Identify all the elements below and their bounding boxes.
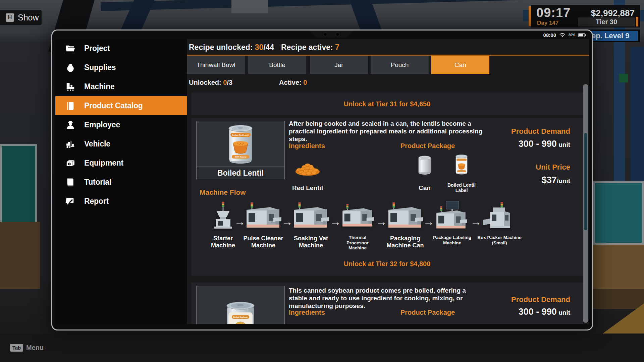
boiled-lentil-label-icon [453, 154, 470, 176]
sidebar-item-vehicle[interactable]: Vehicle [55, 134, 187, 154]
svg-text:100% Natural: 100% Natural [234, 156, 247, 158]
sidebar-item-supplies[interactable]: Supplies [55, 58, 187, 77]
flow-arrow-icon: → [234, 215, 246, 228]
hud-accent-left [529, 6, 531, 26]
sidebar-item-label: Machine [84, 82, 115, 91]
machine-soaking-vat: Soaking Vat Machine [288, 201, 333, 249]
recipe-list: Unlock at Tier 31 for $4,650 [191, 89, 583, 324]
ingredients-label: Ingredients [289, 142, 325, 150]
product-image-box: Boiled Red Lentil 100% Natural Boiled Le… [196, 121, 285, 179]
equipment-icon [65, 158, 75, 168]
sidebar-item-label: Tutorial [84, 178, 111, 187]
tomato-icon [65, 63, 75, 73]
sidebar-item-product-catalog[interactable]: Product Catalog [55, 96, 187, 115]
machine-packaging-can: Packaging Machine Can [383, 201, 428, 249]
boiled-soybean-can-image: Boiled Soybean [222, 298, 259, 324]
sidebar-item-label: Vehicle [84, 139, 110, 148]
package-labeling-machine-icon [433, 201, 471, 233]
product-name: Boiled Lentil [196, 167, 285, 179]
sidebar-item-machine[interactable]: Machine [55, 77, 187, 96]
wifi-icon [559, 33, 566, 38]
sidebar-item-label: Supplies [84, 63, 116, 72]
scrollbar-thumb[interactable] [584, 133, 587, 230]
product-description: After being cooked and sealed in a can, … [289, 120, 483, 143]
sidebar-item-project[interactable]: Project [55, 39, 187, 58]
show-keycap: H [6, 13, 14, 22]
sidebar-item-tutorial[interactable]: Tutorial [55, 173, 187, 192]
tab-pouch[interactable]: Pouch [371, 56, 429, 74]
forklift-icon [65, 139, 75, 149]
book-icon [65, 177, 75, 187]
ingredient-name: Red Lentil [286, 184, 329, 192]
product-demand-value: 300 - 990 unit [519, 307, 570, 317]
active-counter: Active: 0 [279, 79, 307, 86]
sidebar-item-report[interactable]: Report [55, 192, 187, 211]
machine-package-labeling: Package Labeling Machine [429, 201, 476, 245]
tier-badge: Tier 30 [578, 17, 635, 26]
recipe-card-boiled-lentil: Boiled Red Lentil 100% Natural Boiled Le… [191, 118, 583, 276]
tab-bottle[interactable]: Bottle [248, 56, 306, 74]
battery-icon [578, 33, 586, 37]
tab-jar[interactable]: Jar [310, 56, 368, 74]
sidebar-item-employee[interactable]: Employee [55, 115, 187, 134]
machine-box-packer: Box Packer Machine (Small) [475, 201, 524, 245]
product-demand-label: Product Demand [511, 127, 570, 136]
package-name-can: Can [411, 184, 438, 192]
unit-price-label: Unit Price [536, 163, 570, 172]
tablet-clock: 08:00 [543, 32, 556, 38]
package-name-label: Boiled Lentil Label [441, 182, 482, 193]
svg-text:Boiled Soybean: Boiled Soybean [233, 316, 248, 318]
product-demand-value: 300 - 990 unit [519, 139, 570, 149]
flow-arrow-icon: → [330, 215, 341, 228]
sidebar-item-equipment[interactable]: Equipment [55, 154, 187, 173]
flow-arrow-icon: → [470, 215, 482, 228]
tab-keycap: Tab [10, 344, 23, 352]
folder-icon [65, 44, 75, 54]
unlock-banner-tier31: Unlock at Tier 31 for $4,650 [191, 93, 583, 115]
unlock-banner-tier32: Unlock at Tier 32 for $4,800 [191, 260, 583, 268]
thermal-processor-machine-icon [341, 201, 374, 233]
menu-hint[interactable]: Tab Menu [10, 344, 44, 352]
ingredients-label: Ingredients [289, 309, 325, 316]
sidebar-item-label: Report [84, 197, 109, 206]
tablet-camera-notch [303, 31, 360, 38]
catalog-icon [65, 101, 75, 111]
show-label: Show [18, 13, 39, 22]
flow-arrow-icon: → [423, 215, 434, 228]
day-counter: Day 147 [537, 20, 558, 26]
menu-label: Menu [26, 344, 44, 352]
scrollbar-track[interactable] [583, 84, 588, 323]
flow-arrow-icon: → [281, 215, 293, 228]
machine-thermal-processor: Thermal Processor Machine [341, 201, 374, 251]
catalog-window: 08:00 80% Project [51, 29, 593, 330]
recipe-unlocked-counter: Recipe unlocked: 30/44 [189, 43, 274, 52]
show-toggle[interactable]: H Show [0, 10, 42, 25]
sidebar-item-label: Product Catalog [84, 101, 143, 110]
tab-can[interactable]: Can [431, 56, 489, 74]
pulse-cleaner-machine-icon [245, 201, 282, 233]
report-icon [65, 196, 75, 206]
red-lentil-icon [292, 158, 323, 177]
tablet-statusbar: 08:00 80% [543, 32, 586, 39]
game-screen: 0.7.07 H Show 09:17 Day 147 $2,992,887 T… [0, 0, 644, 362]
sidebar: Project Supplies Machine [55, 39, 187, 324]
tablet-screen: Project Supplies Machine [55, 39, 589, 324]
tab-thinwall-bowl[interactable]: Thinwall Bowl [187, 56, 245, 74]
recipe-active-counter: Recipe active: 7 [281, 43, 339, 52]
flow-arrow-icon: → [376, 215, 387, 228]
product-demand-label: Product Demand [511, 295, 570, 304]
product-package-label: Product Package [392, 142, 463, 150]
machine-icon [65, 82, 75, 92]
product-image-box: Boiled Soybean [196, 286, 285, 324]
money-balance: $2,992,887 [570, 8, 635, 18]
recipe-card-boiled-soybean: Boiled Soybean This canned soybean produ… [191, 283, 583, 324]
svg-text:Boiled Red Lentil: Boiled Red Lentil [232, 134, 249, 136]
worker-icon [65, 120, 75, 130]
battery-percent: 80% [569, 33, 575, 37]
starter-machine-icon [210, 201, 236, 233]
clock-time: 09:17 [536, 6, 571, 20]
machine-flow-label: Machine Flow [200, 188, 246, 196]
can-package-icon [417, 155, 432, 176]
unit-price-value: $37/unit [542, 175, 570, 185]
soaking-vat-machine-icon [291, 201, 331, 233]
